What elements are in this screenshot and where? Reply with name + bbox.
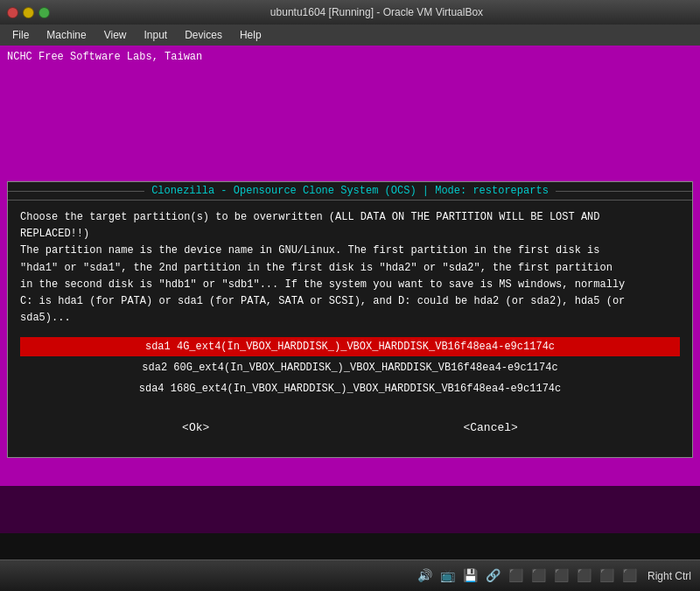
titlebar: ubuntu1604 [Running] - Oracle VM Virtual…: [0, 0, 700, 25]
minimize-button[interactable]: [23, 7, 34, 18]
menu-devices[interactable]: Devices: [176, 27, 231, 43]
desc-line5: in the second disk is "hdb1" or "sdb1"..…: [20, 278, 625, 291]
desc-line4: "hda1" or "sda1", the 2nd partition in t…: [20, 262, 612, 274]
menu-help[interactable]: Help: [231, 27, 270, 43]
dialog-description: Choose the target partition(s) to be ove…: [20, 209, 680, 327]
menubar: File Machine View Input Devices Help: [0, 25, 700, 46]
desc-line6: C: is hda1 (for PATA) or sda1 (for PATA,…: [20, 295, 625, 307]
ok-button[interactable]: <Ok>: [175, 419, 216, 436]
clonezilla-dialog: Clonezilla - Opensource Clone System (OC…: [7, 181, 693, 458]
menu-file[interactable]: File: [4, 27, 38, 43]
dialog-buttons: <Ok> <Cancel>: [20, 412, 680, 448]
taskbar-icon-7[interactable]: ⬛: [553, 567, 570, 585]
taskbar-icon-10[interactable]: ⬛: [621, 567, 639, 585]
desc-line1: Choose the target partition(s) to be ove…: [20, 211, 600, 223]
menu-machine[interactable]: Machine: [38, 27, 94, 43]
vm-top-label: NCHC Free Software Labs, Taiwan: [0, 46, 700, 67]
dialog-title: Clonezilla - Opensource Clone System (OC…: [144, 185, 556, 197]
maximize-button[interactable]: [38, 7, 50, 18]
window-title: ubuntu1604 [Running] - Oracle VM Virtual…: [60, 6, 693, 18]
window-controls[interactable]: [7, 7, 50, 18]
partition-sda4[interactable]: sda4 168G_ext4(In_VBOX_HARDDISK_)_VBOX_H…: [20, 379, 680, 398]
partition-sda2[interactable]: sda2 60G_ext4(In_VBOX_HARDDISK_)_VBOX_HA…: [20, 358, 680, 377]
taskbar-icon-8[interactable]: ⬛: [576, 567, 593, 585]
dialog-content: Choose the target partition(s) to be ove…: [8, 201, 692, 457]
taskbar-icon-6[interactable]: ⬛: [530, 567, 548, 585]
partition-list: sda1 4G_ext4(In_VBOX_HARDDISK_)_VBOX_HAR…: [20, 337, 680, 398]
desc-line3: The partition name is the device name in…: [20, 244, 600, 257]
dialog-titlebar: Clonezilla - Opensource Clone System (OC…: [8, 182, 692, 201]
right-ctrl-label: Right Ctrl: [648, 570, 691, 582]
taskbar: 🔊 📺 💾 🔗 ⬛ ⬛ ⬛ ⬛ ⬛ ⬛ Right Ctrl: [0, 559, 700, 591]
taskbar-icon-9[interactable]: ⬛: [598, 567, 616, 585]
menu-view[interactable]: View: [95, 27, 136, 43]
taskbar-icon-2[interactable]: 📺: [439, 567, 457, 585]
partition-sda1[interactable]: sda1 4G_ext4(In_VBOX_HARDDISK_)_VBOX_HAR…: [20, 337, 680, 356]
close-button[interactable]: [7, 7, 18, 18]
desc-line2: REPLACED!!): [20, 228, 89, 240]
taskbar-icon-5[interactable]: ⬛: [508, 567, 525, 585]
cancel-button[interactable]: <Cancel>: [456, 419, 524, 436]
vm-display: NCHC Free Software Labs, Taiwan Clonezil…: [0, 46, 700, 486]
menu-input[interactable]: Input: [136, 27, 177, 43]
taskbar-icon-3[interactable]: 💾: [462, 567, 480, 585]
taskbar-icon-1[interactable]: 🔊: [416, 567, 434, 585]
taskbar-icon-4[interactable]: 🔗: [485, 567, 502, 585]
vm-bottom-strip: [0, 533, 700, 559]
desc-line7: sda5)...: [20, 312, 71, 324]
